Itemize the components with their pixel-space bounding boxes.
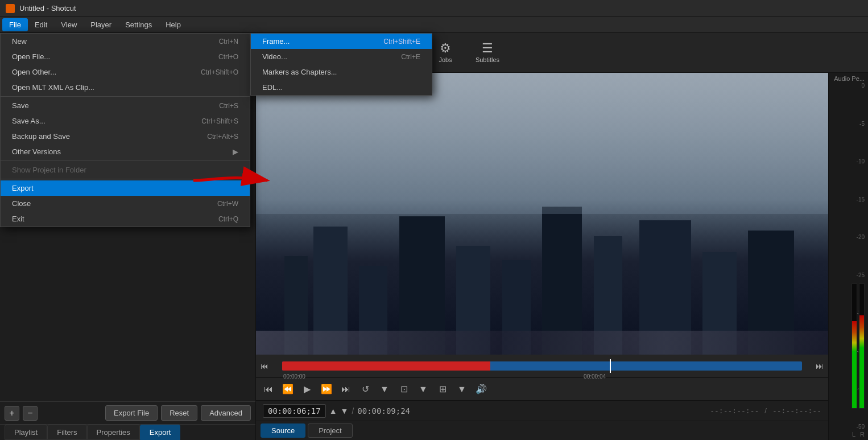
tab-export[interactable]: Export	[140, 425, 181, 440]
menu-show-project: Show Project in Folder	[1, 162, 250, 178]
timeline-played	[282, 361, 490, 371]
timecode-total: 00:00:09;24	[357, 406, 410, 416]
app-icon	[6, 4, 15, 13]
loop-dropdown[interactable]: ▼	[377, 381, 392, 397]
video-area	[256, 73, 828, 355]
grid-dropdown[interactable]: ▼	[454, 381, 470, 397]
zoom-dropdown[interactable]: ▼	[415, 381, 431, 397]
timecode-spinner-down[interactable]: ▼	[341, 406, 349, 416]
menu-open-file[interactable]: Open File... Ctrl+O	[1, 49, 250, 64]
meter-50db: -50	[832, 424, 865, 430]
menu-save-as[interactable]: Save As... Ctrl+Shift+S	[1, 113, 250, 129]
submenu-frame-label: Frame...	[262, 37, 290, 46]
timeline-track[interactable]: 00:00:00 00:00:04	[282, 361, 802, 371]
menubar: File Edit View Player Settings Help	[0, 17, 868, 33]
time-start: 00:00:00	[283, 373, 305, 380]
menu-edit[interactable]: Edit	[28, 18, 54, 31]
menu-view[interactable]: View	[54, 18, 84, 31]
lr-labels: L R	[832, 431, 865, 438]
meter-bar-l	[852, 283, 857, 409]
meter-fill-l	[852, 321, 857, 408]
menu-backup-save-shortcut: Ctrl+Alt+S	[207, 133, 238, 141]
fast-forward-button[interactable]: ⏩	[319, 381, 334, 397]
tab-filters[interactable]: Filters	[47, 425, 86, 440]
l-label: L	[852, 431, 855, 438]
audio-meter: Audio Pe... 0 -5 -10 -15 -20 -25 -30 -35…	[828, 73, 868, 440]
timeline-start-button[interactable]: ⏮	[258, 360, 271, 372]
video-preview	[256, 73, 828, 355]
other-versions-arrow-icon: ▶	[233, 147, 238, 156]
menu-export-label: Export	[12, 184, 34, 192]
menu-open-mlt[interactable]: Open MLT XML As Clip...	[1, 80, 250, 95]
jobs-icon: ⚙	[440, 42, 451, 55]
menu-open-other[interactable]: Open Other... Ctrl+Shift+O	[1, 64, 250, 80]
play-pause-button[interactable]: ▶	[299, 381, 315, 397]
timecode-row: 00:00:06;17 ▲ ▼ / 00:00:09;24 --:--:--:-…	[256, 400, 828, 421]
submenu-edl-label: EDL...	[262, 83, 283, 92]
timecode-slash: /	[764, 406, 767, 415]
menu-save-label: Save	[12, 101, 29, 110]
menu-new-label: New	[12, 37, 27, 46]
menu-player[interactable]: Player	[84, 18, 118, 31]
menu-exit-shortcut: Ctrl+Q	[218, 215, 238, 223]
menu-new[interactable]: New Ctrl+N	[1, 34, 250, 49]
meter-15db: -15	[832, 197, 865, 203]
time-mid: 00:00:04	[584, 373, 606, 380]
submenu-frame[interactable]: Frame... Ctrl+Shift+E	[251, 34, 432, 49]
menu-open-file-shortcut: Ctrl+O	[218, 53, 238, 61]
menu-open-other-shortcut: Ctrl+Shift+O	[201, 68, 238, 76]
meter-fill-r	[859, 315, 864, 409]
timecode-current[interactable]: 00:00:06;17	[263, 404, 326, 418]
app-title: Untitled - Shotcut	[19, 4, 76, 13]
timecode-spinner-up[interactable]: ▲	[329, 406, 337, 416]
submenu-frame-shortcut: Ctrl+Shift+E	[383, 38, 420, 46]
add-button[interactable]: +	[5, 406, 19, 421]
menu-save-as-label: Save As...	[12, 117, 46, 125]
export-submenu: Frame... Ctrl+Shift+E Video... Ctrl+E Ma…	[250, 33, 432, 96]
timecode-separator: /	[352, 406, 354, 416]
zoom-fit-button[interactable]: ⊡	[396, 381, 412, 397]
reset-button[interactable]: Reset	[161, 405, 197, 421]
skip-start-button[interactable]: ⏮	[261, 381, 276, 397]
rewind-button[interactable]: ⏪	[280, 381, 296, 397]
volume-button[interactable]: 🔊	[473, 381, 489, 397]
grid-button[interactable]: ⊞	[435, 381, 450, 397]
meter-20db: -20	[832, 235, 865, 240]
timeline-end-button[interactable]: ⏭	[813, 360, 826, 372]
menu-other-versions[interactable]: Other Versions ▶	[1, 144, 250, 159]
menu-close[interactable]: Close Ctrl+W	[1, 196, 250, 211]
submenu-markers[interactable]: Markers as Chapters...	[251, 64, 432, 80]
menu-export[interactable]: Export	[1, 180, 250, 196]
source-tab[interactable]: Source	[261, 423, 305, 438]
menu-close-shortcut: Ctrl+W	[217, 200, 238, 208]
meter-10db: -10	[832, 159, 865, 165]
skip-end-button[interactable]: ⏭	[338, 381, 354, 397]
submenu-edl[interactable]: EDL...	[251, 80, 432, 95]
menu-help[interactable]: Help	[159, 18, 188, 31]
menu-file[interactable]: File	[2, 18, 28, 31]
advanced-button[interactable]: Advanced	[201, 405, 251, 421]
menu-settings[interactable]: Settings	[118, 18, 159, 31]
remove-button[interactable]: −	[23, 406, 38, 421]
tab-playlist[interactable]: Playlist	[5, 425, 47, 440]
menu-backup-save[interactable]: Backup and Save Ctrl+Alt+S	[1, 129, 250, 144]
toolbar-subtitles[interactable]: ☰ Subtitles	[468, 35, 507, 71]
meter-bar-r	[859, 283, 865, 409]
source-project-tabs: Source Project	[256, 421, 828, 440]
titlebar: Untitled - Shotcut	[0, 0, 868, 17]
tab-properties[interactable]: Properties	[87, 425, 140, 440]
submenu-video[interactable]: Video... Ctrl+E	[251, 49, 432, 64]
menu-save[interactable]: Save Ctrl+S	[1, 98, 250, 113]
timeline-cursor	[610, 359, 611, 373]
menu-other-versions-label: Other Versions	[12, 147, 61, 156]
menu-exit[interactable]: Exit Ctrl+Q	[1, 211, 250, 227]
player-controls: ⏮ ⏪ ▶ ⏩ ⏭ ↺ ▼ ⊡ ▼ ⊞ ▼ 🔊	[256, 377, 828, 400]
toolbar-jobs-label: Jobs	[439, 56, 452, 63]
menu-save-shortcut: Ctrl+S	[219, 102, 238, 110]
subtitles-icon: ☰	[482, 42, 493, 55]
project-tab[interactable]: Project	[308, 423, 352, 438]
export-file-button[interactable]: Export File	[105, 405, 158, 421]
submenu-video-label: Video...	[262, 52, 287, 61]
loop-button[interactable]: ↺	[357, 381, 373, 397]
file-menu-dropdown: New Ctrl+N Open File... Ctrl+O Open Othe…	[0, 33, 250, 227]
